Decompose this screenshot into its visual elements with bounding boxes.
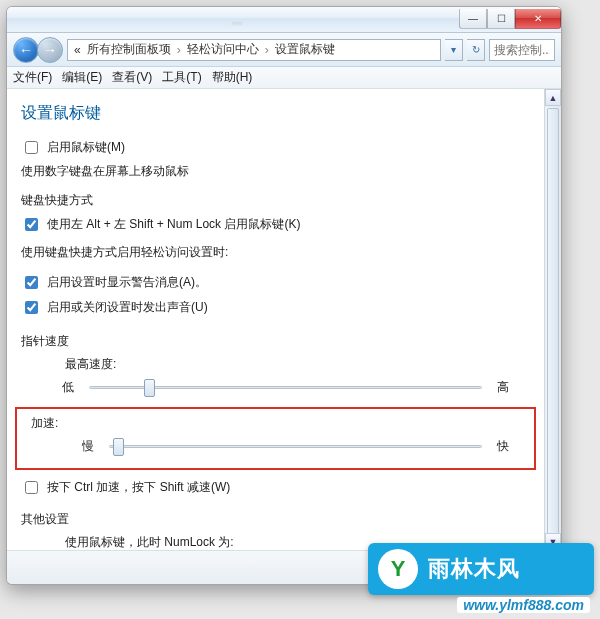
show-warning-label: 启用设置时显示警告消息(A)。: [47, 274, 207, 291]
shortcut-enable-row: 使用左 Alt + 左 Shift + Num Lock 启用鼠标键(K): [21, 215, 530, 234]
show-warning-checkbox[interactable]: [25, 276, 38, 289]
watermark-text: 雨林木风: [428, 554, 520, 584]
breadcrumb-item[interactable]: 设置鼠标键: [275, 41, 335, 58]
enable-mousekeys-label: 启用鼠标键(M): [47, 139, 125, 156]
window-buttons: — ☐ ✕: [459, 9, 561, 29]
section-other: 其他设置: [21, 511, 530, 528]
max-speed-slider[interactable]: [89, 377, 482, 397]
menu-view[interactable]: 查看(V): [112, 69, 152, 86]
maximize-button[interactable]: ☐: [487, 9, 515, 29]
accel-label: 加速:: [31, 415, 524, 432]
accel-lo: 慢: [81, 438, 95, 455]
watermark-badge: Y 雨林木风: [368, 543, 594, 595]
nav-history-buttons: ← →: [13, 37, 63, 63]
breadcrumb-prefix: «: [74, 43, 81, 57]
shortcut-when-label: 使用键盘快捷方式启用轻松访问设置时:: [21, 244, 530, 261]
max-speed-hi: 高: [496, 379, 510, 396]
page-title: 设置鼠标键: [21, 103, 530, 124]
forward-button[interactable]: →: [37, 37, 63, 63]
leaf-icon: Y: [378, 549, 418, 589]
enable-mousekeys-desc: 使用数字键盘在屏幕上移动鼠标: [21, 163, 530, 180]
menu-file[interactable]: 文件(F): [13, 69, 52, 86]
breadcrumb-item[interactable]: 所有控制面板项: [87, 41, 171, 58]
address-dropdown-button[interactable]: ▾: [445, 39, 463, 61]
enable-mousekeys-row: 启用鼠标键(M): [21, 138, 530, 157]
accel-slider-row: 慢 快: [27, 436, 524, 456]
back-button[interactable]: ←: [13, 37, 39, 63]
section-speed: 指针速度: [21, 333, 530, 350]
refresh-button[interactable]: ↻: [467, 39, 485, 61]
vertical-scrollbar[interactable]: ▲ ▼: [544, 89, 561, 550]
shortcut-enable-label: 使用左 Alt + 左 Shift + Num Lock 启用鼠标键(K): [47, 216, 300, 233]
menu-help[interactable]: 帮助(H): [212, 69, 253, 86]
scroll-up-button[interactable]: ▲: [545, 89, 561, 106]
max-speed-label: 最高速度:: [65, 356, 530, 373]
ctrl-shift-row: 按下 Ctrl 加速，按下 Shift 减速(W): [21, 478, 530, 497]
breadcrumb[interactable]: « 所有控制面板项 › 轻松访问中心 › 设置鼠标键: [67, 39, 441, 61]
menu-tools[interactable]: 工具(T): [162, 69, 201, 86]
play-sound-label: 启用或关闭设置时发出声音(U): [47, 299, 208, 316]
ctrl-shift-label: 按下 Ctrl 加速，按下 Shift 减速(W): [47, 479, 230, 496]
menu-edit[interactable]: 编辑(E): [62, 69, 102, 86]
accel-slider[interactable]: [109, 436, 482, 456]
section-shortcut: 键盘快捷方式: [21, 192, 530, 209]
content-wrap: 设置鼠标键 启用鼠标键(M) 使用数字键盘在屏幕上移动鼠标 键盘快捷方式 使用左…: [7, 89, 561, 550]
titlebar: … — ☐ ✕: [7, 7, 561, 33]
content: 设置鼠标键 启用鼠标键(M) 使用数字键盘在屏幕上移动鼠标 键盘快捷方式 使用左…: [7, 89, 544, 550]
slider-track: [109, 445, 482, 448]
enable-mousekeys-checkbox[interactable]: [25, 141, 38, 154]
breadcrumb-sep: ›: [265, 43, 269, 57]
menu-bar: 文件(F) 编辑(E) 查看(V) 工具(T) 帮助(H): [7, 67, 561, 89]
breadcrumb-item[interactable]: 轻松访问中心: [187, 41, 259, 58]
watermark-url: www.ylmf888.com: [457, 597, 590, 613]
window-title: …: [15, 14, 459, 26]
scrollbar-thumb[interactable]: [547, 108, 559, 548]
slider-thumb[interactable]: [144, 379, 155, 397]
minimize-button[interactable]: —: [459, 9, 487, 29]
slider-thumb[interactable]: [113, 438, 124, 456]
max-speed-slider-row: 低 高: [21, 377, 530, 397]
accel-hi: 快: [496, 438, 510, 455]
play-sound-checkbox[interactable]: [25, 301, 38, 314]
shortcut-enable-checkbox[interactable]: [25, 218, 38, 231]
breadcrumb-sep: ›: [177, 43, 181, 57]
control-panel-window: … — ☐ ✕ ← → « 所有控制面板项 › 轻松访问中心 › 设置鼠标键 ▾…: [6, 6, 562, 585]
search-input[interactable]: [489, 39, 555, 61]
close-button[interactable]: ✕: [515, 9, 561, 29]
play-sound-row: 启用或关闭设置时发出声音(U): [21, 298, 530, 317]
max-speed-lo: 低: [61, 379, 75, 396]
accel-highlight: 加速: 慢 快: [15, 407, 536, 470]
navigation-bar: ← → « 所有控制面板项 › 轻松访问中心 › 设置鼠标键 ▾ ↻: [7, 33, 561, 67]
ctrl-shift-checkbox[interactable]: [25, 481, 38, 494]
show-warning-row: 启用设置时显示警告消息(A)。: [21, 273, 530, 292]
